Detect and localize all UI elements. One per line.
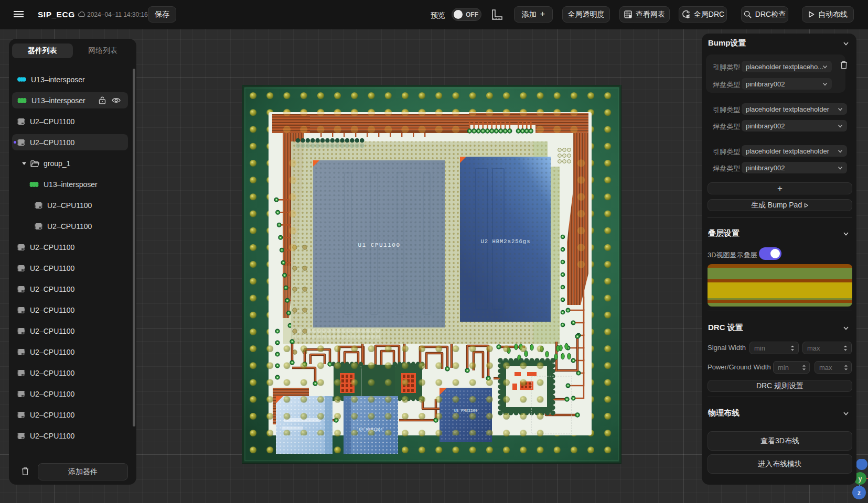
svg-text:U2 HBM2s256gs: U2 HBM2s256gs	[481, 238, 531, 245]
svg-text:y: y	[859, 475, 862, 483]
svg-text:U1 CPU1100: U1 CPU1100	[358, 242, 400, 248]
svg-text:z: z	[858, 489, 861, 497]
